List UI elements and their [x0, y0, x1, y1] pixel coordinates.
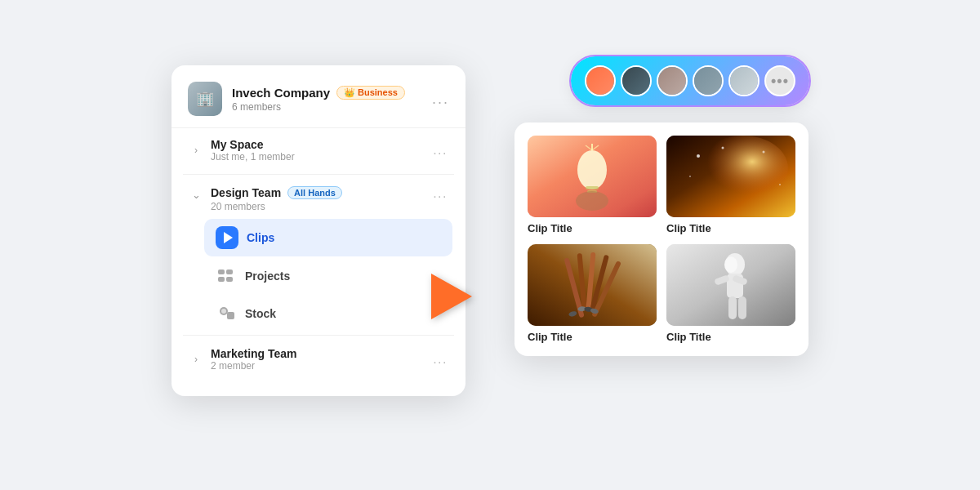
- chevron-right-icon-marketing: ›: [189, 354, 203, 365]
- marketing-team-section: › Marketing Team 2 member ...: [172, 339, 466, 380]
- clips-icon: [216, 226, 238, 249]
- clip-title-4: Clip Title: [666, 331, 795, 343]
- play-icon: [224, 232, 233, 243]
- marketing-team-menu-button[interactable]: ...: [433, 352, 448, 367]
- chevron-right-icon: ›: [189, 145, 203, 156]
- svg-rect-38: [738, 296, 746, 319]
- design-team-members: 20 members: [211, 201, 425, 212]
- svg-rect-9: [586, 186, 599, 189]
- avatar-2: [621, 65, 652, 96]
- svg-point-20: [689, 176, 691, 177]
- clip-item-2[interactable]: Clip Title: [666, 136, 795, 234]
- stock-icon: [216, 303, 237, 324]
- design-team-name-row: Design Team All Hands: [211, 186, 425, 199]
- business-badge: 👑 Business: [336, 86, 405, 100]
- clip-thumbnail-1: [528, 136, 657, 217]
- marketing-team-meta: 2 member: [211, 360, 425, 372]
- stock-label: Stock: [245, 307, 276, 320]
- avatar-img-1: [586, 67, 614, 95]
- clip-thumbnail-4: [666, 244, 795, 326]
- sidebar-item-projects[interactable]: Projects: [204, 258, 452, 294]
- projects-icon: [216, 265, 237, 287]
- avatar-img-4: [694, 67, 722, 95]
- clip-item-1[interactable]: Clip Title: [528, 136, 657, 234]
- avatar-more-button[interactable]: •••: [764, 65, 795, 96]
- svg-rect-37: [728, 296, 737, 319]
- workspace-members: 6 members: [232, 101, 422, 113]
- svg-rect-1: [226, 270, 233, 274]
- clip-item-3[interactable]: Clip Title: [528, 244, 657, 343]
- workspace-avatar-illustration: 🏢: [188, 82, 222, 116]
- sidebar-item-clips[interactable]: Clips: [204, 219, 452, 256]
- svg-rect-3: [226, 277, 233, 282]
- clips-label: Clips: [247, 231, 274, 244]
- svg-point-39: [724, 256, 737, 273]
- workspace-name-row: Invech Company 👑 Business: [232, 86, 422, 100]
- workspace-menu-button[interactable]: ...: [432, 91, 449, 108]
- svg-rect-2: [218, 277, 225, 282]
- workspace-name: Invech Company: [232, 86, 330, 100]
- marketing-team-label: Marketing Team: [211, 347, 425, 360]
- design-team-menu-button[interactable]: ...: [433, 186, 448, 201]
- sidebar-panel: 🏢 Invech Company 👑 Business 6 members ..…: [172, 65, 466, 396]
- clip-title-1: Clip Title: [528, 222, 657, 234]
- svg-point-5: [221, 309, 226, 314]
- sidebar-item-my-space[interactable]: › My Space Just me, 1 member ...: [178, 130, 459, 171]
- svg-rect-0: [218, 270, 225, 274]
- crown-icon: 👑: [344, 87, 355, 98]
- design-team-subnav: Clips Projects: [178, 219, 459, 332]
- sidebar-item-marketing-team[interactable]: › Marketing Team 2 member ...: [178, 339, 459, 380]
- svg-point-16: [698, 136, 788, 201]
- avatars-bubble[interactable]: •••: [572, 57, 808, 105]
- clip-title-3: Clip Title: [528, 331, 657, 343]
- svg-point-17: [697, 154, 700, 158]
- design-team-section: ⌄ Design Team All Hands 20 members ...: [172, 178, 466, 332]
- divider: [183, 174, 454, 175]
- clip-thumbnail-2: [666, 136, 795, 217]
- workspace-avatar: 🏢: [188, 82, 222, 116]
- svg-point-19: [763, 151, 765, 154]
- workspace-info: Invech Company 👑 Business 6 members: [232, 86, 422, 113]
- sidebar-item-stock[interactable]: Stock: [204, 296, 452, 332]
- all-hands-badge: All Hands: [287, 186, 342, 199]
- avatar-img-2: [622, 67, 650, 95]
- avatar-3: [657, 65, 688, 96]
- svg-rect-6: [227, 312, 234, 319]
- svg-point-14: [576, 191, 608, 211]
- clip-title-2: Clip Title: [666, 222, 795, 234]
- clip-thumbnail-3: [528, 244, 657, 326]
- my-space-menu-button[interactable]: ...: [433, 143, 448, 158]
- avatar-img-5: [730, 67, 758, 95]
- clips-grid-panel: Clip Title: [514, 122, 808, 356]
- clips-grid: Clip Title: [528, 136, 795, 343]
- arrow-shape: [431, 274, 472, 319]
- my-space-label: My Space: [211, 138, 425, 151]
- clip-item-4[interactable]: Clip Title: [666, 244, 795, 343]
- design-team-header: ⌄ Design Team All Hands 20 members ...: [178, 178, 459, 217]
- my-space-meta: Just me, 1 member: [211, 151, 425, 163]
- projects-label: Projects: [245, 270, 290, 283]
- avatar-1: [585, 65, 616, 96]
- divider-2: [183, 335, 454, 336]
- workspace-header: 🏢 Invech Company 👑 Business 6 members ..…: [172, 65, 466, 128]
- avatar-4: [693, 65, 724, 96]
- my-space-section: › My Space Just me, 1 member ...: [172, 130, 466, 171]
- avatar-img-3: [658, 67, 686, 95]
- avatar-5: [728, 65, 760, 96]
- design-team-label: Design Team: [211, 186, 281, 199]
- svg-point-21: [779, 184, 781, 185]
- svg-point-18: [722, 147, 724, 149]
- chevron-down-icon: ⌄: [189, 189, 203, 201]
- svg-point-8: [577, 150, 607, 189]
